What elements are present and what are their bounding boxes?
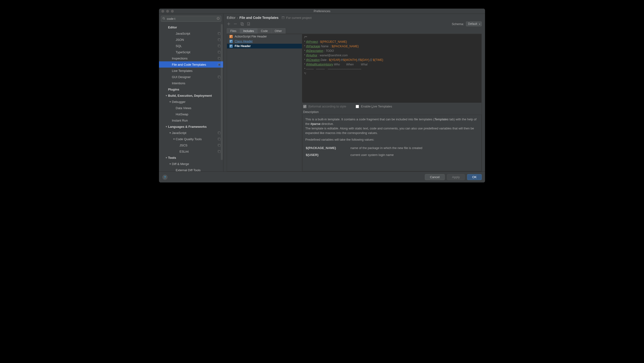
tree-item-label: Debugger [172, 100, 221, 104]
tree-item-inspections[interactable]: Inspections [159, 55, 223, 61]
scrollbar[interactable] [221, 24, 223, 160]
tree-item-debugger[interactable]: ▼Debugger [159, 99, 223, 105]
tree-item-label: Tools [168, 156, 221, 160]
tree-item-eslint[interactable]: ESLint [159, 148, 223, 155]
tree-item-editor[interactable]: Editor [159, 24, 223, 30]
tree-item-label: JSCS [180, 144, 218, 147]
tree-item-label: GUI Designer [172, 75, 218, 79]
tree-item-external-diff-tools[interactable]: External Diff Tools [159, 167, 223, 171]
tree-item-plugins[interactable]: Plugins [159, 86, 223, 92]
enable-live-checkbox-row[interactable]: Enable Live Templates [356, 105, 392, 108]
enable-live-label: Enable Live Templates [361, 105, 392, 108]
svg-rect-16 [218, 76, 220, 78]
ok-button[interactable]: OK [467, 174, 482, 180]
tab-files[interactable]: Files [227, 28, 240, 34]
tab-code[interactable]: Code [257, 28, 272, 34]
search-box [161, 16, 221, 22]
help-button[interactable]: ? [162, 175, 168, 180]
tree-item-jscs[interactable]: JSCS [159, 142, 223, 148]
tree-item-typescript[interactable]: TypeScript [159, 49, 223, 55]
variable-name: ${PACKAGE_NAME} [306, 145, 350, 151]
svg-rect-20 [218, 138, 220, 140]
reformat-checkbox[interactable] [303, 105, 306, 108]
project-scope-icon [218, 32, 221, 35]
template-file-header[interactable]: File Header [227, 44, 302, 49]
tab-includes[interactable]: Includes [240, 28, 258, 34]
tree-item-json[interactable]: JSON [159, 37, 223, 43]
cancel-button[interactable]: Cancel [425, 174, 444, 180]
template-list: ActionScript File HeaderClass HeaderFile… [227, 34, 302, 171]
breadcrumb-parent[interactable]: Editor [227, 16, 236, 20]
search-input[interactable] [161, 16, 221, 22]
project-scope-icon [218, 44, 221, 48]
tree-item-live-templates[interactable]: Live Templates [159, 68, 223, 74]
tree-item-hotswap[interactable]: HotSwap [159, 111, 223, 117]
schema-dropdown[interactable]: Default ▾ [466, 22, 482, 26]
tree-item-sql[interactable]: SQL [159, 43, 223, 49]
tree-item-code-quality-tools[interactable]: ▼Code Quality Tools [159, 136, 223, 142]
tree-item-label: JavaScript [176, 32, 218, 35]
tree-item-data-views[interactable]: Data Views [159, 105, 223, 111]
remove-icon[interactable] [234, 22, 237, 26]
schema-value: Default [468, 22, 477, 26]
template-actionscript-file-header[interactable]: ActionScript File Header [227, 34, 302, 39]
tree-arrow-icon: ▼ [165, 125, 168, 128]
file-icon [230, 40, 233, 43]
project-scope-icon [218, 150, 221, 153]
settings-tree: EditorJavaScriptJSONSQLTypeScriptInspect… [159, 24, 223, 171]
template-class-header[interactable]: Class Header [227, 39, 302, 44]
clear-search-icon[interactable] [216, 17, 220, 21]
preferences-window: Preferences EditorJavaScriptJSONSQLTypeS… [159, 9, 485, 182]
description-p2: The template is editable. Along with sta… [305, 126, 478, 135]
editor-column: ⋮ /** * @Project : ${PROJECT_NAME} * @Pa… [302, 34, 482, 171]
tree-arrow-icon: ▼ [168, 132, 172, 134]
project-scope-icon [218, 137, 221, 141]
description-box: This is a built-in template. It contains… [302, 115, 482, 171]
project-scope-icon [218, 57, 221, 60]
tab-other[interactable]: Other [271, 28, 286, 34]
tree-item-languages-frameworks[interactable]: ▼Languages & Frameworks [159, 124, 223, 130]
add-icon[interactable] [227, 22, 230, 26]
variable-desc: name of the package in which the new fil… [350, 145, 478, 151]
tree-item-label: External Diff Tools [176, 168, 221, 172]
tree-item-label: Diff & Merge [172, 162, 221, 166]
tree-item-label: SQL [176, 44, 218, 48]
titlebar: Preferences [159, 9, 485, 14]
content: EditorJavaScriptJSONSQLTypeScriptInspect… [159, 14, 485, 171]
tree-item-javascript[interactable]: JavaScript [159, 30, 223, 37]
template-options: Reformat according to style Enable Live … [302, 103, 482, 110]
scope-label: For current project [286, 16, 312, 20]
template-code-editor[interactable]: /** * @Project : ${PROJECT_NAME} * @Pack… [302, 34, 482, 103]
apply-button[interactable]: Apply [447, 174, 465, 180]
resize-handle-icon[interactable]: ⋮ [301, 102, 304, 104]
project-scope-icon [218, 131, 221, 134]
tree-item-label: Editor [168, 26, 221, 29]
tree-item-instant-run[interactable]: Instant Run [159, 117, 223, 124]
project-scope-icon [218, 63, 221, 66]
tree-item-file-and-code-templates[interactable]: File and Code Templates [159, 61, 223, 68]
enable-live-checkbox[interactable] [356, 105, 359, 108]
tree-item-label: Live Templates [172, 69, 221, 73]
svg-rect-26 [282, 17, 284, 18]
project-scope-icon [218, 38, 221, 41]
tree-item-tools[interactable]: ▼Tools [159, 155, 223, 161]
tree-item-build-execution-deployment[interactable]: ▼Build, Execution, Deployment [159, 92, 223, 99]
settings-main: Editor › File and Code Templates For cur… [224, 14, 485, 171]
svg-rect-18 [218, 132, 220, 134]
tree-item-gui-designer[interactable]: GUI Designer [159, 74, 223, 80]
reformat-checkbox-row[interactable]: Reformat according to style [303, 105, 346, 108]
schema-selector: Schema: Default ▾ [452, 22, 482, 26]
svg-rect-30 [241, 23, 243, 25]
template-tabs: FilesIncludesCodeOther [224, 28, 485, 34]
settings-sidebar: EditorJavaScriptJSONSQLTypeScriptInspect… [159, 14, 224, 171]
project-scope-icon [218, 50, 221, 54]
tree-item-label: File and Code Templates [172, 63, 218, 66]
revert-icon[interactable] [247, 22, 251, 26]
tree-item-intentions[interactable]: Intentions [159, 80, 223, 86]
tree-item-javascript[interactable]: ▼JavaScript [159, 130, 223, 136]
copy-icon[interactable] [240, 22, 244, 26]
svg-line-1 [164, 19, 165, 19]
description-p1: This is a built-in template. It contains… [305, 117, 478, 126]
tree-item-diff-merge[interactable]: ▼Diff & Merge [159, 161, 223, 167]
tree-arrow-icon: ▼ [168, 101, 172, 103]
